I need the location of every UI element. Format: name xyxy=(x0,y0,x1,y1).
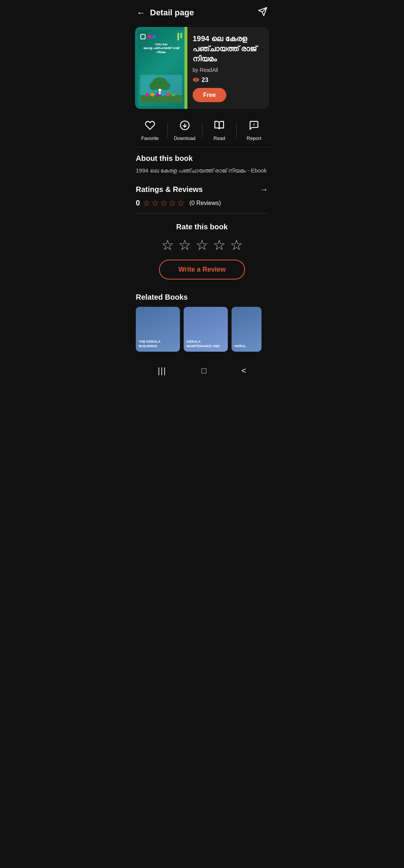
rate-star-4[interactable]: ☆ xyxy=(213,238,226,252)
rate-star-1[interactable]: ☆ xyxy=(161,238,174,252)
rate-section: Rate this book ☆ ☆ ☆ ☆ ☆ Write a Review xyxy=(129,214,275,287)
read-icon xyxy=(214,120,224,133)
rate-star-2[interactable]: ☆ xyxy=(178,238,191,252)
ratings-arrow-icon[interactable]: → xyxy=(260,185,268,195)
book-views-row: 23 xyxy=(193,77,264,83)
rating-row: 0 ☆ ☆ ☆ ☆ ☆ (0 Reviews) xyxy=(129,198,275,213)
svg-point-10 xyxy=(166,93,170,97)
rate-star-5[interactable]: ☆ xyxy=(230,238,243,252)
svg-point-7 xyxy=(151,93,154,97)
book-info: 1994 ലെ കേരള പഞ്ചായത്ത് രാജ് നിയമം by Re… xyxy=(187,27,269,109)
cover-circle-icon xyxy=(148,35,156,39)
cover-green-bar xyxy=(184,27,187,109)
about-title: About this book xyxy=(136,154,268,163)
rate-star-3[interactable]: ☆ xyxy=(196,238,208,252)
free-button[interactable]: Free xyxy=(193,88,226,102)
svg-point-12 xyxy=(159,89,161,92)
ratings-header: Ratings & Reviews → xyxy=(129,180,275,198)
related-book-3-label: KERAL xyxy=(235,344,258,349)
cover-square-icon xyxy=(140,34,146,39)
header-left: ← Detail page xyxy=(137,7,194,18)
rating-count: (0 Reviews) xyxy=(189,200,221,207)
related-book-3[interactable]: KERAL xyxy=(232,307,261,352)
download-action[interactable]: Download xyxy=(168,120,202,141)
star-3: ☆ xyxy=(160,198,168,208)
favorite-label: Favorite xyxy=(141,135,159,141)
report-label: Report xyxy=(247,135,261,141)
star-5: ☆ xyxy=(177,198,185,208)
ratings-title: Ratings & Reviews xyxy=(136,185,203,194)
cover-title-text: 1994 ലെ കേരള പഞ്ചായത്ത് രാജ് നിയമം xyxy=(143,43,179,54)
report-icon xyxy=(249,120,259,133)
favorite-icon xyxy=(145,120,155,133)
nav-menu-button[interactable]: ||| xyxy=(152,364,172,377)
report-action[interactable]: Report xyxy=(237,120,271,141)
star-4: ☆ xyxy=(169,198,176,208)
book-card: 1994 ലെ കേരള പഞ്ചായത്ത് രാജ് നിയമം xyxy=(135,27,269,109)
bottom-nav: ||| □ < xyxy=(129,359,275,384)
rating-score: 0 xyxy=(136,199,140,207)
download-icon xyxy=(180,120,190,133)
nav-back-button[interactable]: < xyxy=(235,364,252,377)
share-icon[interactable] xyxy=(258,7,267,19)
svg-point-6 xyxy=(146,93,149,96)
write-review-button[interactable]: Write a Review xyxy=(159,260,245,279)
svg-point-4 xyxy=(160,82,170,90)
book-author: by ReadAll xyxy=(193,67,264,73)
favorite-action[interactable]: Favorite xyxy=(133,120,167,141)
about-text: 1994 ലെ കേരള പഞ്ചായത്ത് രാജ് നിയമം - Ebo… xyxy=(136,166,268,175)
page-title: Detail page xyxy=(150,8,194,18)
about-section: About this book 1994 ലെ കേരള പഞ്ചായത്ത് … xyxy=(129,147,275,180)
header: ← Detail page xyxy=(129,0,275,24)
eye-icon xyxy=(193,77,199,83)
related-book-2[interactable]: KERALA MAINTENANCE AND xyxy=(184,307,228,352)
stars-display: ☆ ☆ ☆ ☆ ☆ xyxy=(143,198,185,208)
read-action[interactable]: Read xyxy=(202,120,237,141)
svg-rect-5 xyxy=(140,95,182,103)
related-book-1-label: THE KERALA BUILDINGS xyxy=(139,340,177,348)
nav-home-button[interactable]: □ xyxy=(196,364,212,377)
related-book-2-label: KERALA MAINTENANCE AND xyxy=(187,340,225,348)
rate-stars[interactable]: ☆ ☆ ☆ ☆ ☆ xyxy=(161,238,243,252)
related-section: Related Books THE KERALA BUILDINGS KERAL… xyxy=(129,287,275,355)
svg-point-3 xyxy=(149,82,159,90)
related-book-1[interactable]: THE KERALA BUILDINGS xyxy=(136,307,180,352)
svg-rect-13 xyxy=(159,92,161,94)
read-label: Read xyxy=(214,135,225,141)
star-2: ☆ xyxy=(152,198,159,208)
star-1: ☆ xyxy=(143,198,150,208)
related-books-row: THE KERALA BUILDINGS KERALA MAINTENANCE … xyxy=(136,307,268,352)
book-cover: 1994 ലെ കേരള പഞ്ചായത്ത് രാജ് നിയമം xyxy=(135,27,187,109)
views-count: 23 xyxy=(202,77,208,83)
book-title: 1994 ലെ കേരള പഞ്ചായത്ത് രാജ് നിയമം xyxy=(193,34,264,64)
related-title: Related Books xyxy=(136,293,268,302)
download-label: Download xyxy=(174,135,196,141)
svg-point-16 xyxy=(195,79,197,80)
cover-scene xyxy=(140,55,182,103)
back-button[interactable]: ← xyxy=(137,7,146,18)
rate-title: Rate this book xyxy=(176,223,228,231)
svg-point-9 xyxy=(161,93,165,96)
action-bar: Favorite Download Read xyxy=(133,116,271,147)
cover-bars xyxy=(177,33,182,40)
svg-point-11 xyxy=(172,93,175,97)
